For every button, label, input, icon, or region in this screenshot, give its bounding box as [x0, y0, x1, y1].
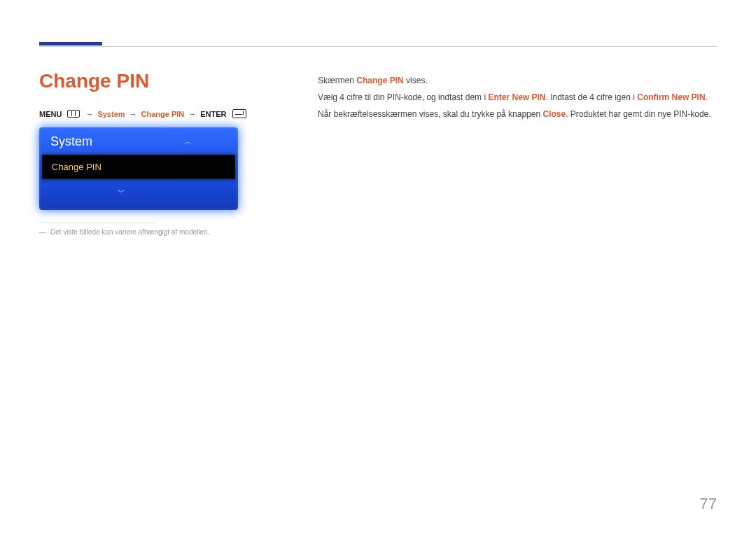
body-line1-pre: Skærmen	[318, 76, 356, 85]
osd-selected-label: Change PIN	[52, 162, 102, 172]
arrow-icon: →	[130, 110, 137, 118]
menu-icon	[67, 110, 80, 118]
osd-header: System ︿	[39, 127, 238, 155]
arrow-icon: →	[85, 110, 93, 118]
header-divider	[39, 46, 717, 47]
page-title: Change PIN	[39, 70, 149, 92]
note-text: Det viste billede kan variere afhængigt …	[50, 228, 209, 236]
image-disclaimer-note: ―Det viste billede kan variere afhængigt…	[39, 228, 209, 236]
arrow-icon: →	[188, 110, 196, 118]
body-line2-post: .	[706, 92, 708, 102]
breadcrumb-system: System	[97, 110, 125, 118]
osd-header-title: System	[50, 134, 92, 149]
osd-selected-item[interactable]: Change PIN	[42, 155, 235, 179]
body-line2-hl1: Enter New PIN	[488, 92, 545, 102]
body-line3-post: . Produktet har gemt din nye PIN-kode.	[566, 109, 710, 119]
chevron-down-icon[interactable]: ﹀	[118, 188, 160, 196]
chevron-up-icon[interactable]: ︿	[184, 136, 227, 147]
body-copy: Skærmen Change PIN vises. Vælg 4 cifre t…	[318, 73, 717, 124]
body-line2-mid: . Indtast de 4 cifre igen i	[545, 92, 637, 102]
body-line2-pre: Vælg 4 cifre til din PIN-kode, og indtas…	[318, 92, 488, 102]
header-accent-bar	[39, 42, 102, 45]
body-line1-post: vises.	[404, 76, 428, 85]
body-line2-hl2: Confirm New PIN	[637, 92, 705, 102]
osd-panel: System ︿ Change PIN ﹀	[39, 127, 238, 210]
note-divider	[39, 223, 155, 223]
body-line1-hl: Change PIN	[356, 76, 403, 85]
body-line3-pre: Når bekræftelsesskærmen vises, skal du t…	[318, 109, 542, 119]
breadcrumb-change-pin: Change PIN	[141, 110, 185, 118]
body-line3-hl: Close	[542, 109, 566, 119]
enter-icon	[232, 109, 246, 118]
page-number: 77	[700, 495, 717, 513]
breadcrumb: MENU → System → Change PIN → ENTER	[39, 109, 246, 118]
osd-footer: ﹀	[39, 179, 238, 203]
breadcrumb-enter-label: ENTER	[200, 110, 226, 118]
breadcrumb-menu-label: MENU	[39, 110, 62, 118]
